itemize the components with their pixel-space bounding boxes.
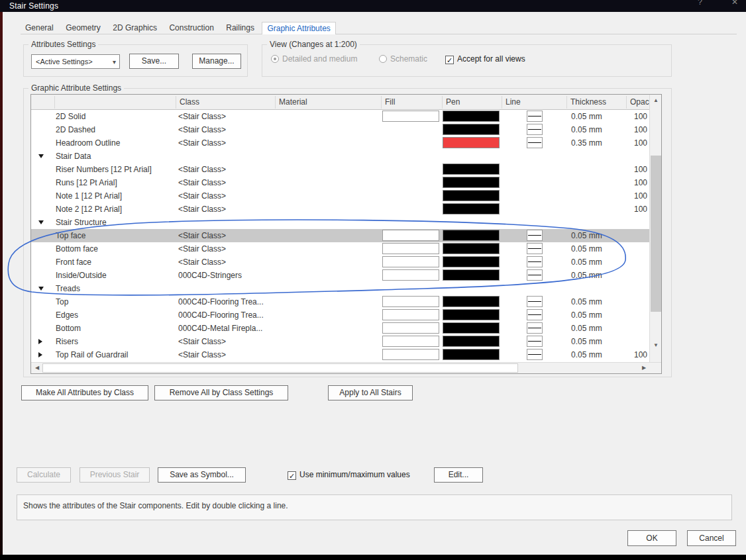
line-swatch[interactable] [527,296,543,307]
table-row[interactable]: Stair Data [31,150,649,163]
pen-swatch[interactable] [443,111,500,122]
tab-geometry[interactable]: Geometry [61,22,105,34]
pen-swatch[interactable] [443,137,500,148]
fill-swatch[interactable] [382,243,439,254]
column-header-material[interactable]: Material [279,97,307,107]
pen-swatch[interactable] [443,177,500,188]
pen-swatch[interactable] [443,349,500,360]
collapse-arrow-icon[interactable] [38,287,44,291]
save-button[interactable]: Save... [129,54,179,69]
fill-swatch[interactable] [382,322,439,334]
apply-to-all-stairs-button[interactable]: Apply to All Stairs [328,385,413,400]
horizontal-scrollbar-thumb[interactable] [42,363,518,373]
horizontal-scrollbar[interactable]: ◀ ▶ [31,362,662,373]
tab-graphic-attributes[interactable]: Graphic Attributes [262,22,335,34]
remove-all-by-class-button[interactable]: Remove All by Class Settings [154,385,288,400]
tab-general[interactable]: General [21,22,58,34]
table-row[interactable]: Riser Numbers [12 Pt Arial]<Stair Class>… [31,163,649,176]
ok-button[interactable]: OK [627,530,676,546]
collapse-arrow-icon[interactable] [38,154,44,158]
vertical-scrollbar-thumb[interactable] [651,156,661,312]
fill-swatch[interactable] [382,336,439,347]
help-icon[interactable]: ? [698,0,702,7]
accept-all-views-checkbox[interactable]: ✓Accept for all views [445,54,525,65]
expand-arrow-icon[interactable] [38,352,42,357]
edit-button[interactable]: Edit... [434,467,483,483]
fill-swatch[interactable] [382,230,439,241]
table-row[interactable]: Top face<Stair Class>0.05 mm [31,229,649,242]
save-as-symbol-button[interactable]: Save as Symbol... [158,467,246,483]
radio-detailed-and-medium[interactable]: Detailed and medium [271,54,357,65]
line-swatch[interactable] [527,309,543,320]
table-row[interactable]: Runs [12 Pt Arial]<Stair Class>100 [31,176,649,189]
line-swatch[interactable] [527,243,543,254]
table-row[interactable]: Note 1 [12 Pt Arial]<Stair Class>100 [31,189,649,203]
fill-swatch[interactable] [382,309,439,320]
table-row[interactable]: Bottom000C4D-Metal Firepla...0.05 mm [31,322,649,335]
pen-swatch[interactable] [443,269,500,281]
table-row[interactable]: Top000C4D-Flooring Trea...0.05 mm [31,295,649,308]
line-swatch[interactable] [527,137,543,148]
scroll-left-icon[interactable]: ◀ [31,363,43,374]
line-swatch[interactable] [527,349,543,360]
scroll-up-icon[interactable]: ▲ [650,95,662,107]
previous-stair-button[interactable]: Previous Stair [80,467,150,483]
column-header-line[interactable]: Line [506,97,521,107]
table-row[interactable]: Stair Structure [31,216,649,229]
line-swatch[interactable] [527,322,543,334]
pen-swatch[interactable] [443,309,500,320]
pen-swatch[interactable] [443,322,500,334]
column-header-opacity[interactable]: Opac [630,97,649,107]
table-row[interactable]: 2D Solid<Stair Class>0.05 mm100 [31,110,649,123]
tab-2d-graphics[interactable]: 2D Graphics [108,22,162,34]
line-swatch[interactable] [527,111,543,122]
line-swatch[interactable] [527,230,543,241]
calculate-button[interactable]: Calculate [17,467,71,483]
table-row[interactable]: Risers<Stair Class>0.05 mm [31,335,649,348]
table-row[interactable]: Treads [31,282,649,295]
line-swatch[interactable] [527,256,543,267]
column-header-class[interactable]: Class [180,97,199,107]
column-header-fill[interactable]: Fill [385,97,395,107]
line-swatch[interactable] [527,124,543,135]
table-row[interactable]: Front face<Stair Class>0.05 mm [31,256,649,269]
settings-preset-dropdown[interactable]: <Active Settings> ▾ [31,54,120,69]
table-row[interactable]: Note 2 [12 Pt Arial]<Stair Class>100 [31,203,649,216]
expand-arrow-icon[interactable] [38,339,42,344]
vertical-scrollbar[interactable]: ▲ ▼ [649,95,661,363]
pen-swatch[interactable] [443,124,500,135]
table-row[interactable]: Top Rail of Guardrail<Stair Class>0.05 m… [31,348,649,361]
pen-swatch[interactable] [443,203,500,214]
fill-swatch[interactable] [382,269,439,281]
use-minmax-values-checkbox[interactable]: ✓Use minimum/maximum values [288,470,410,481]
pen-swatch[interactable] [443,230,500,241]
column-header-pen[interactable]: Pen [446,97,460,107]
scroll-right-icon[interactable]: ▶ [638,363,650,374]
fill-swatch[interactable] [382,296,439,307]
manage-button[interactable]: Manage... [192,54,241,69]
fill-swatch[interactable] [382,111,439,122]
cancel-button[interactable]: Cancel [687,530,736,546]
tab-construction[interactable]: Construction [164,22,218,34]
line-swatch[interactable] [527,269,543,281]
column-header-thickness[interactable]: Thickness [570,97,606,107]
pen-swatch[interactable] [443,296,500,307]
tab-railings[interactable]: Railings [221,22,259,34]
pen-swatch[interactable] [443,256,500,267]
pen-swatch[interactable] [443,163,500,175]
make-all-attributes-button[interactable]: Make All Attributes by Class [21,385,148,400]
table-row[interactable]: Bottom face<Stair Class>0.05 mm [31,242,649,256]
pen-swatch[interactable] [443,190,500,201]
table-row[interactable]: Edges000C4D-Flooring Trea...0.05 mm [31,308,649,322]
table-row[interactable]: Headroom Outline<Stair Class>0.35 mm100 [31,136,649,150]
fill-swatch[interactable] [382,256,439,267]
collapse-arrow-icon[interactable] [38,220,44,224]
close-icon[interactable]: ✕ [731,0,738,7]
radio-schematic[interactable]: Schematic [379,54,427,65]
pen-swatch[interactable] [443,336,500,347]
line-swatch[interactable] [527,336,543,347]
table-row[interactable]: Inside/Outside000C4D-Stringers0.05 mm [31,269,649,282]
table-row[interactable]: 2D Dashed<Stair Class>0.05 mm100 [31,123,649,136]
scroll-down-icon[interactable]: ▼ [650,340,662,351]
fill-swatch[interactable] [382,349,439,360]
